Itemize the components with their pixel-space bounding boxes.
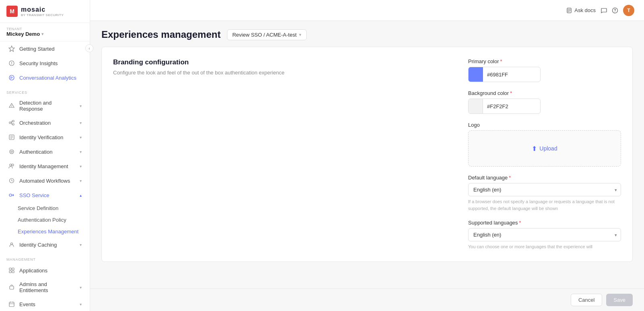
section-desc: Configure the look and feel of the out o… xyxy=(113,70,449,76)
required-indicator: * xyxy=(510,90,512,96)
chat-icon xyxy=(601,7,607,14)
avatar-letter: T xyxy=(627,8,630,13)
cancel-button[interactable]: Cancel xyxy=(571,294,602,306)
background-color-hex-input[interactable] xyxy=(483,103,541,109)
chevron-down-icon: ▾ xyxy=(80,150,82,154)
primary-color-hex-input[interactable] xyxy=(483,72,541,78)
branding-card: Branding configuration Configure the loo… xyxy=(101,47,633,262)
logo-upload-area[interactable]: ⬆ Upload xyxy=(468,130,621,167)
events-icon xyxy=(8,301,15,308)
ask-docs-label: Ask docs xyxy=(574,7,596,13)
default-language-hint: If a browser does not specify a language… xyxy=(468,198,621,212)
sidebar-item-automated-workflows[interactable]: Automated Workflows ▾ xyxy=(2,174,88,187)
tenant-name[interactable]: Mickey Demo ▾ xyxy=(6,31,83,37)
sidebar-item-identity-caching[interactable]: Identity Caching ▾ xyxy=(2,238,88,251)
sub-item-label: Experiences Management xyxy=(18,229,78,235)
chevron-down-icon: ▾ xyxy=(80,164,82,169)
svg-point-1 xyxy=(11,64,12,65)
automated-workflows-icon xyxy=(8,177,15,184)
orchestration-icon xyxy=(8,119,15,126)
chevron-down-icon: ▾ xyxy=(80,285,82,290)
svg-rect-4 xyxy=(9,122,11,124)
svg-rect-18 xyxy=(12,271,14,273)
topbar: Ask docs T xyxy=(90,0,644,21)
supported-languages-hint: You can choose one or more languages tha… xyxy=(468,243,621,250)
brand-sub: by transmit security xyxy=(21,13,64,17)
svg-rect-5 xyxy=(12,120,14,122)
svg-point-11 xyxy=(12,164,14,166)
section-title: Branding configuration xyxy=(113,58,449,66)
chevron-down-icon: ▾ xyxy=(80,135,82,140)
help-button[interactable] xyxy=(612,7,618,14)
background-color-swatch[interactable] xyxy=(469,99,483,113)
default-language-select[interactable]: English (en) xyxy=(468,183,621,196)
docs-icon xyxy=(567,8,572,13)
default-language-field: Default language * English (en) If a bro… xyxy=(468,175,621,212)
sidebar-item-security-insights[interactable]: Security Insights xyxy=(2,56,88,70)
supported-languages-select[interactable]: English (en) xyxy=(468,228,621,241)
primary-color-input-row xyxy=(468,67,541,82)
sidebar-item-applications[interactable]: Applications xyxy=(2,264,88,277)
svg-rect-15 xyxy=(9,268,11,270)
sidebar-item-label: Automated Workflows xyxy=(19,178,70,184)
mosaic-brand: mosaic by transmit security xyxy=(21,6,64,17)
page-header: Experiences management Review SSO / ACME… xyxy=(90,21,644,47)
user-avatar[interactable]: T xyxy=(623,5,634,16)
management-section-label: MANAGEMENT xyxy=(0,252,90,263)
sidebar-item-conversational-analytics[interactable]: Conversational Analytics xyxy=(2,71,88,84)
svg-rect-16 xyxy=(12,268,14,270)
sidebar-item-detection-response[interactable]: Detection and Response ▾ xyxy=(2,97,88,115)
sidebar-item-identity-verification[interactable]: Identity Verification ▾ xyxy=(2,130,88,144)
chat-button[interactable] xyxy=(601,7,607,14)
sidebar-collapse-button[interactable]: ‹ xyxy=(85,44,93,52)
breadcrumb-text: Review SSO / ACME-A-test xyxy=(232,32,297,38)
save-button[interactable]: Save xyxy=(606,294,633,306)
sidebar-item-events[interactable]: Events ▾ xyxy=(2,297,88,311)
sidebar-item-label: Applications xyxy=(19,268,47,274)
breadcrumb-select[interactable]: Review SSO / ACME-A-test ▾ xyxy=(227,29,307,40)
chevron-up-icon: ▴ xyxy=(80,193,82,198)
content-area: Branding configuration Configure the loo… xyxy=(90,47,644,288)
sidebar-item-label: Identity Verification xyxy=(19,134,63,140)
default-language-label: Default language * xyxy=(468,175,621,181)
sidebar-item-label: Events xyxy=(19,301,35,307)
help-icon xyxy=(612,7,618,14)
chevron-down-icon: ▾ xyxy=(80,179,82,183)
upload-button[interactable]: ⬆ Upload xyxy=(532,145,557,152)
brand-name: mosaic xyxy=(21,6,45,13)
admins-icon xyxy=(8,284,15,291)
sidebar-subitem-authentication-policy[interactable]: Authentication Policy xyxy=(0,214,90,226)
primary-color-swatch[interactable] xyxy=(469,67,483,82)
security-insights-icon xyxy=(8,60,15,67)
getting-started-icon xyxy=(8,45,15,52)
sidebar-item-label: Security Insights xyxy=(19,60,58,66)
required-indicator: * xyxy=(519,220,521,226)
breadcrumb-chevron-icon: ▾ xyxy=(299,32,301,37)
sidebar-item-label: Identity Caching xyxy=(19,242,57,248)
sidebar-item-label: Orchestration xyxy=(19,120,51,126)
topbar-actions: Ask docs T xyxy=(567,5,634,16)
sidebar-subitem-experiences-management[interactable]: Experiences Management xyxy=(0,226,90,237)
sidebar-item-orchestration[interactable]: Orchestration ▾ xyxy=(2,116,88,130)
upload-label: Upload xyxy=(539,145,557,152)
sidebar-item-label: Getting Started xyxy=(19,46,54,52)
logo-area: M mosaic by transmit security xyxy=(0,0,90,23)
sidebar: M mosaic by transmit security TENANT Mic… xyxy=(0,0,90,311)
sso-icon xyxy=(8,192,15,199)
sidebar-item-admins-entitlements[interactable]: Admins and Entitlements ▾ xyxy=(2,278,88,297)
primary-color-label: Primary color * xyxy=(468,58,621,64)
ask-docs-button[interactable]: Ask docs xyxy=(567,7,596,13)
sidebar-item-identity-management[interactable]: Identity Management ▾ xyxy=(2,159,88,173)
sidebar-subitem-service-definition[interactable]: Service Definition xyxy=(0,202,90,214)
chevron-down-icon: ▾ xyxy=(80,104,82,108)
logo-label: Logo xyxy=(468,122,621,128)
sidebar-item-getting-started[interactable]: Getting Started xyxy=(2,42,88,56)
sidebar-item-authentication[interactable]: Authentication ▾ xyxy=(2,145,88,159)
required-indicator: * xyxy=(500,58,502,64)
background-color-field: Background color * xyxy=(468,90,621,114)
sidebar-item-sso-service[interactable]: SSO Service ▴ xyxy=(2,188,88,202)
background-color-label: Background color * xyxy=(468,90,621,96)
sidebar-item-label: SSO Service xyxy=(19,192,49,198)
svg-rect-20 xyxy=(9,302,14,307)
sub-item-label: Service Definition xyxy=(18,205,58,211)
